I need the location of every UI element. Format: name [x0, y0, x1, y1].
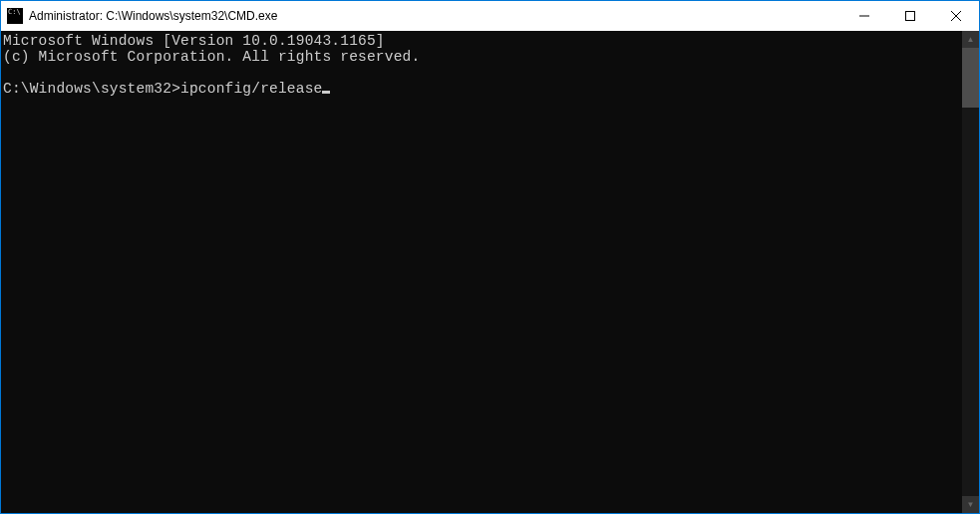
close-button[interactable]: [933, 1, 979, 31]
maximize-icon: [905, 11, 915, 21]
vertical-scrollbar[interactable]: ▲ ▼: [962, 31, 979, 513]
terminal-area: Microsoft Windows [Version 10.0.19043.11…: [1, 31, 979, 513]
window-controls: [841, 1, 979, 31]
scroll-down-arrow-icon[interactable]: ▼: [962, 496, 979, 513]
cmd-window: Administrator: C:\Windows\system32\CMD.e…: [0, 0, 980, 514]
minimize-icon: [859, 11, 869, 21]
version-line: Microsoft Windows [Version 10.0.19043.11…: [3, 33, 385, 49]
cmd-icon: [7, 8, 23, 24]
prompt-text: C:\Windows\system32>: [3, 81, 180, 97]
text-cursor: [322, 91, 330, 94]
window-title: Administrator: C:\Windows\system32\CMD.e…: [29, 9, 277, 23]
scroll-up-arrow-icon[interactable]: ▲: [962, 31, 979, 48]
copyright-line: (c) Microsoft Corporation. All rights re…: [3, 49, 420, 65]
titlebar[interactable]: Administrator: C:\Windows\system32\CMD.e…: [1, 1, 979, 31]
svg-rect-1: [906, 12, 915, 21]
close-icon: [951, 11, 961, 21]
maximize-button[interactable]: [887, 1, 933, 31]
scroll-thumb[interactable]: [962, 48, 979, 108]
terminal-output[interactable]: Microsoft Windows [Version 10.0.19043.11…: [1, 31, 962, 513]
minimize-button[interactable]: [841, 1, 887, 31]
scroll-track[interactable]: [962, 48, 979, 496]
command-input[interactable]: ipconfig/release: [180, 81, 322, 97]
